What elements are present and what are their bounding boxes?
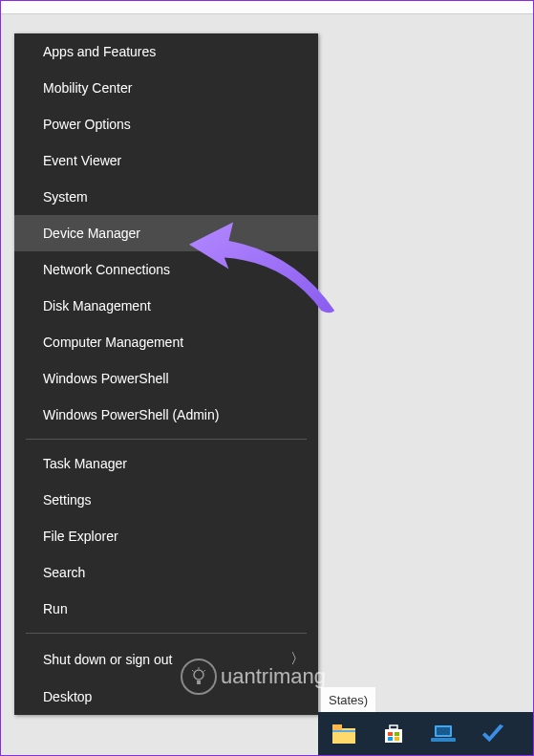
chevron-right-icon: 〉 xyxy=(290,650,305,668)
menu-item-windows-powershell-admin[interactable]: Windows PowerShell (Admin) xyxy=(14,397,318,433)
svg-rect-8 xyxy=(395,737,399,741)
menu-item-task-manager[interactable]: Task Manager xyxy=(14,445,318,482)
menu-item-computer-management[interactable]: Computer Management xyxy=(14,324,318,360)
menu-item-system[interactable]: System xyxy=(14,179,318,215)
taskbar xyxy=(318,712,533,755)
menu-item-shutdown-signout[interactable]: Shut down or sign out 〉 xyxy=(14,639,318,679)
menu-item-run[interactable]: Run xyxy=(14,591,318,627)
menu-item-label: Search xyxy=(43,565,85,580)
language-text: States) xyxy=(329,693,368,707)
language-indicator: States) xyxy=(321,687,375,712)
menu-item-label: File Explorer xyxy=(43,529,118,544)
menu-item-desktop[interactable]: Desktop xyxy=(14,679,318,715)
menu-item-device-manager[interactable]: Device Manager xyxy=(14,215,318,251)
menu-item-label: Network Connections xyxy=(43,262,170,277)
menu-item-apps-features[interactable]: Apps and Features xyxy=(14,33,318,70)
check-icon[interactable] xyxy=(481,722,505,746)
svg-rect-6 xyxy=(395,732,399,736)
svg-rect-5 xyxy=(388,732,393,736)
menu-item-label: Apps and Features xyxy=(43,44,156,59)
svg-rect-4 xyxy=(390,725,397,729)
svg-rect-7 xyxy=(388,737,393,741)
menu-divider xyxy=(26,633,307,634)
menu-item-label: Task Manager xyxy=(43,456,127,471)
winx-context-menu: Apps and Features Mobility Center Power … xyxy=(14,33,318,715)
menu-item-label: Run xyxy=(43,601,68,616)
menu-item-mobility-center[interactable]: Mobility Center xyxy=(14,70,318,106)
menu-divider xyxy=(26,439,307,440)
menu-item-windows-powershell[interactable]: Windows PowerShell xyxy=(14,360,318,397)
menu-item-power-options[interactable]: Power Options xyxy=(14,106,318,142)
menu-item-disk-management[interactable]: Disk Management xyxy=(14,288,318,324)
window-titlebar xyxy=(1,1,533,14)
menu-item-label: Device Manager xyxy=(43,226,140,241)
menu-item-label: Windows PowerShell (Admin) xyxy=(43,407,219,422)
menu-item-label: System xyxy=(43,189,88,205)
menu-item-label: Mobility Center xyxy=(43,80,132,96)
laptop-icon[interactable] xyxy=(431,722,456,746)
menu-item-label: Event Viewer xyxy=(43,153,121,168)
svg-rect-1 xyxy=(332,724,342,730)
menu-item-settings[interactable]: Settings xyxy=(14,482,318,518)
svg-rect-3 xyxy=(385,729,402,743)
menu-item-label: Shut down or sign out xyxy=(43,652,172,667)
svg-rect-11 xyxy=(431,738,456,742)
menu-item-event-viewer[interactable]: Event Viewer xyxy=(14,142,318,179)
menu-item-label: Disk Management xyxy=(43,298,151,313)
menu-item-label: Computer Management xyxy=(43,335,183,350)
menu-item-label: Desktop xyxy=(43,689,92,704)
svg-rect-10 xyxy=(437,727,450,735)
store-icon[interactable] xyxy=(381,722,406,746)
menu-item-file-explorer[interactable]: File Explorer xyxy=(14,518,318,554)
menu-item-network-connections[interactable]: Network Connections xyxy=(14,251,318,288)
svg-rect-2 xyxy=(332,730,355,732)
menu-item-label: Settings xyxy=(43,492,92,508)
menu-item-label: Power Options xyxy=(43,117,131,132)
menu-item-label: Windows PowerShell xyxy=(43,371,169,386)
file-explorer-icon[interactable] xyxy=(331,722,356,746)
menu-item-search[interactable]: Search xyxy=(14,554,318,591)
